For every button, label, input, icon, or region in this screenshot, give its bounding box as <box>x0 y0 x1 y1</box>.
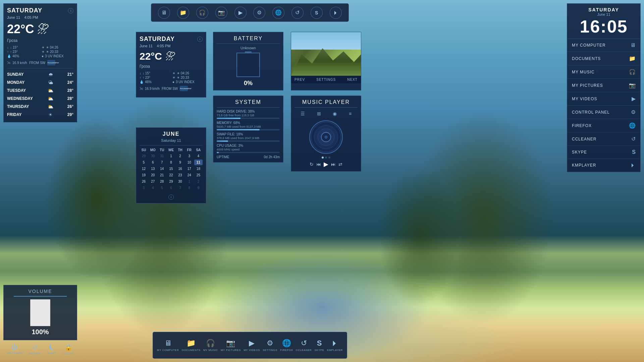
music-prev-btn[interactable]: ⏮ <box>316 162 321 167</box>
cal-day[interactable]: 3 <box>140 185 148 191</box>
logout-button[interactable]: 🔒 LOGOUT <box>63 344 74 355</box>
photo-settings-btn[interactable]: SETTINGS <box>316 78 336 81</box>
cal-day[interactable]: 28 <box>158 179 166 184</box>
cal-day[interactable]: 8 <box>185 185 194 191</box>
sleep-button[interactable]: ⏾ SLEEP <box>48 344 56 355</box>
taskbar-firefox[interactable]: 🌐 FIREFOX <box>280 339 293 352</box>
music-next-btn[interactable]: ⏭ <box>331 162 336 167</box>
cal-day[interactable]: 30 <box>149 153 157 159</box>
toolbar-firefox-btn[interactable]: 🌐 <box>272 7 284 19</box>
music-eye-btn[interactable]: ◉ <box>333 111 337 116</box>
taskbar-settings[interactable]: ⚙ SETTINGS <box>263 339 277 352</box>
cal-day[interactable]: 2 <box>194 179 203 184</box>
photo-prev-btn[interactable]: PREV <box>294 78 305 81</box>
cal-day[interactable]: 25 <box>194 172 203 178</box>
taskbar-my-computer[interactable]: 🖥 MY COMPUTER <box>157 339 179 352</box>
shutdown-button[interactable]: ⏻ SHUTDOWN <box>7 344 22 355</box>
cal-day[interactable]: 6 <box>167 185 175 191</box>
left-weather-info-btn[interactable]: i <box>68 8 73 13</box>
cal-day[interactable]: 3 <box>185 153 194 159</box>
toolbar-camera-btn[interactable]: 📷 <box>215 7 227 19</box>
cal-day[interactable]: 4 <box>194 153 203 159</box>
sidebar-item-my-music[interactable]: MY MUSIC 🎧 <box>567 65 640 79</box>
cal-day[interactable]: 10 <box>185 160 194 165</box>
sidebar-item-my-pictures[interactable]: MY PICTURES 📷 <box>567 79 640 92</box>
cal-day[interactable]: 31 <box>158 153 166 159</box>
sidebar-item-firefox[interactable]: FIREFOX 🌐 <box>567 119 640 132</box>
cal-day[interactable]: 26 <box>140 179 148 184</box>
left-weather-temp: 22°C <box>7 22 34 36</box>
cal-day[interactable]: 9 <box>194 185 203 191</box>
music-list-btn[interactable]: ☰ <box>301 111 305 116</box>
toolbar-kmplayer-btn[interactable]: ⏵ <box>330 7 342 19</box>
cal-day[interactable]: 1 <box>167 153 175 159</box>
calendar-info-btn[interactable]: i <box>168 194 174 200</box>
photo-panel: PREV SETTINGS NEXT <box>291 32 361 90</box>
toolbar-music-btn[interactable]: 🎧 <box>196 7 208 19</box>
cal-h-su: SU <box>140 147 148 153</box>
pictures-icon: 📷 <box>629 82 636 88</box>
cal-day[interactable]: 5 <box>158 185 166 191</box>
cal-day[interactable]: 5 <box>140 160 148 165</box>
cal-day[interactable]: 24 <box>185 172 194 178</box>
music-queue-btn[interactable]: ⊞ <box>317 111 321 116</box>
cal-day[interactable]: 12 <box>140 166 148 172</box>
cal-day[interactable]: 6 <box>149 160 157 165</box>
sidebar-item-control-panel[interactable]: CONTROL PANEL ⚙ <box>567 106 640 119</box>
cal-day[interactable]: 7 <box>158 160 166 165</box>
taskbar-my-videos[interactable]: ▶ MY VIDEOS <box>244 339 260 352</box>
cal-day-today[interactable]: 11 <box>194 160 203 165</box>
sidebar-item-documents[interactable]: DOCUMENTS 📁 <box>567 52 640 65</box>
music-repeat-btn[interactable]: ↻ <box>310 162 314 167</box>
toolbar-skype-btn[interactable]: S <box>311 7 323 19</box>
cal-day[interactable]: 14 <box>158 166 166 172</box>
cal-day[interactable]: 29 <box>167 179 175 184</box>
toolbar-videos-btn[interactable]: ▶ <box>234 7 247 19</box>
sidebar-item-ccleaner[interactable]: CCLEANER ↺ <box>567 132 640 146</box>
sidebar-item-kmplayer[interactable]: KMPLAYER ⏵ <box>567 159 640 172</box>
center-weather-temp: 22°C <box>140 51 162 62</box>
cal-day[interactable]: 8 <box>167 160 175 165</box>
cpu-label: CPU USAGE: 3% <box>217 144 280 147</box>
center-wind-logo: Accuweather <box>180 86 188 91</box>
toolbar-computer-btn[interactable]: 🖥 <box>158 7 170 19</box>
music-shuffle-btn[interactable]: ⇄ <box>338 162 342 167</box>
cal-day[interactable]: 20 <box>149 172 157 178</box>
sidebar-item-skype[interactable]: SKYPE S <box>567 146 640 159</box>
music-eq-btn[interactable]: ≡ <box>349 111 352 116</box>
toolbar-ccleaner-btn[interactable]: ↺ <box>291 7 304 19</box>
cal-day[interactable]: 17 <box>185 166 194 172</box>
sidebar-item-my-computer[interactable]: MY COMPUTER 🖥 <box>567 39 640 52</box>
cal-day[interactable]: 2 <box>176 153 184 159</box>
taskbar-skype[interactable]: S SKYPE <box>314 339 324 352</box>
sidebar-item-my-videos[interactable]: MY VIDEOS ▶ <box>567 92 640 106</box>
taskbar-ccleaner[interactable]: ↺ CCLEANER <box>296 339 312 352</box>
cal-day[interactable]: 23 <box>176 172 184 178</box>
cal-day[interactable]: 18 <box>194 166 203 172</box>
cal-day[interactable]: 21 <box>158 172 166 178</box>
cal-day[interactable]: 16 <box>176 166 184 172</box>
taskbar-my-music[interactable]: 🎧 MY MUSIC <box>203 339 218 352</box>
restart-button[interactable]: ↺ RESTART <box>29 344 41 355</box>
center-weather-info-btn[interactable]: i <box>197 37 203 42</box>
photo-next-btn[interactable]: NEXT <box>347 78 358 81</box>
volume-slider[interactable] <box>30 299 50 326</box>
taskbar-my-pictures[interactable]: 📷 MY PICTURES <box>221 339 241 352</box>
right-time: 16:05 <box>571 18 637 35</box>
taskbar-documents[interactable]: 📁 DOCUMENTS <box>182 339 201 352</box>
cal-day[interactable]: 13 <box>149 166 157 172</box>
taskbar-kmplayer[interactable]: ⏵ KMPLAYER <box>327 339 343 352</box>
cal-day[interactable]: 1 <box>185 179 194 184</box>
cal-day[interactable]: 7 <box>176 185 184 191</box>
cal-day[interactable]: 22 <box>167 172 175 178</box>
cal-day[interactable]: 19 <box>140 172 148 178</box>
cal-day[interactable]: 4 <box>149 185 157 191</box>
cal-day[interactable]: 15 <box>167 166 175 172</box>
toolbar-settings-btn[interactable]: ⚙ <box>253 7 265 19</box>
toolbar-documents-btn[interactable]: 📁 <box>177 7 189 19</box>
cal-day[interactable]: 9 <box>176 160 184 165</box>
cal-day[interactable]: 30 <box>176 179 184 184</box>
cal-day[interactable]: 27 <box>149 179 157 184</box>
music-play-btn[interactable]: ▶ <box>324 161 328 168</box>
cal-day[interactable]: 29 <box>140 153 148 159</box>
